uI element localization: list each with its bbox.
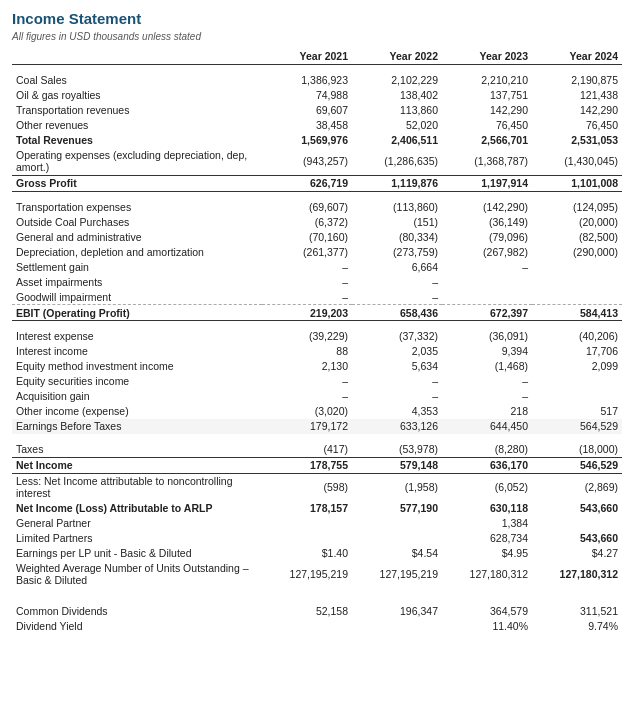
row-value-y2021 — [262, 531, 352, 546]
header-year-2022: Year 2022 — [352, 48, 442, 65]
row-value-y2024: 584,413 — [532, 305, 622, 321]
table-row — [12, 65, 622, 73]
row-value-y2022: 196,347 — [352, 604, 442, 619]
row-value-y2023: (1,368,787) — [442, 148, 532, 176]
row-value-y2024: 2,190,875 — [532, 73, 622, 88]
row-label: Interest expense — [12, 329, 262, 344]
row-value-y2024: 127,180,312 — [532, 561, 622, 588]
row-value-y2023: (8,280) — [442, 442, 532, 458]
row-value-y2024: 1,101,008 — [532, 175, 622, 191]
row-value-y2023: – — [442, 259, 532, 274]
row-value-y2022: 4,353 — [352, 404, 442, 419]
row-label: General Partner — [12, 516, 262, 531]
row-label: Earnings per LP unit - Basic & Diluted — [12, 546, 262, 561]
table-row — [12, 588, 622, 596]
table-row: Asset impairments–– — [12, 274, 622, 289]
row-value-y2022: 2,102,229 — [352, 73, 442, 88]
table-row: Coal Sales1,386,9232,102,2292,210,2102,1… — [12, 73, 622, 88]
table-row: Limited Partners628,734543,660 — [12, 531, 622, 546]
table-row: Earnings Before Taxes179,172633,126644,4… — [12, 419, 622, 434]
row-value-y2023: 2,566,701 — [442, 133, 532, 148]
table-row: Total Revenues1,569,9762,406,5112,566,70… — [12, 133, 622, 148]
income-statement-table: Year 2021 Year 2022 Year 2023 Year 2024 … — [12, 48, 622, 634]
subtitle: All figures in USD thousands unless stat… — [12, 31, 622, 42]
row-value-y2024: 517 — [532, 404, 622, 419]
row-value-y2022: 52,020 — [352, 118, 442, 133]
row-value-y2024 — [532, 259, 622, 274]
row-value-y2023: 630,118 — [442, 501, 532, 516]
row-label: EBIT (Operating Profit) — [12, 305, 262, 321]
row-value-y2024: 121,438 — [532, 88, 622, 103]
row-value-y2021: (261,377) — [262, 244, 352, 259]
table-row: Transportation expenses(69,607)(113,860)… — [12, 199, 622, 214]
row-value-y2022: (1,286,635) — [352, 148, 442, 176]
row-value-y2023: (79,096) — [442, 229, 532, 244]
row-value-y2024: 543,660 — [532, 531, 622, 546]
row-value-y2022: 2,406,511 — [352, 133, 442, 148]
row-label: Outside Coal Purchases — [12, 214, 262, 229]
row-label: Oil & gas royalties — [12, 88, 262, 103]
table-row: EBIT (Operating Profit)219,203658,436672… — [12, 305, 622, 321]
row-value-y2021: $1.40 — [262, 546, 352, 561]
row-value-y2023: 636,170 — [442, 457, 532, 473]
table-row — [12, 434, 622, 442]
row-value-y2022: 2,035 — [352, 344, 442, 359]
row-value-y2023: 672,397 — [442, 305, 532, 321]
row-value-y2024 — [532, 374, 622, 389]
header-year-2024: Year 2024 — [532, 48, 622, 65]
row-value-y2021: (3,020) — [262, 404, 352, 419]
row-value-y2023: 644,450 — [442, 419, 532, 434]
row-value-y2024: (20,000) — [532, 214, 622, 229]
row-value-y2022: 577,190 — [352, 501, 442, 516]
row-value-y2023: – — [442, 389, 532, 404]
row-value-y2021 — [262, 516, 352, 531]
row-label: Net Income — [12, 457, 262, 473]
row-value-y2023: 628,734 — [442, 531, 532, 546]
row-value-y2021: (39,229) — [262, 329, 352, 344]
row-label: Dividend Yield — [12, 619, 262, 634]
row-label: Interest income — [12, 344, 262, 359]
row-label: Equity securities income — [12, 374, 262, 389]
row-label: Transportation revenues — [12, 103, 262, 118]
row-value-y2021: 38,458 — [262, 118, 352, 133]
row-label: Taxes — [12, 442, 262, 458]
table-row: Earnings per LP unit - Basic & Diluted$1… — [12, 546, 622, 561]
table-row: Goodwill impairment–– — [12, 289, 622, 305]
row-value-y2021: 52,158 — [262, 604, 352, 619]
row-value-y2021: – — [262, 289, 352, 305]
row-value-y2023: $4.95 — [442, 546, 532, 561]
row-label: Settlement gain — [12, 259, 262, 274]
row-value-y2022: 127,195,219 — [352, 561, 442, 588]
row-label: Earnings Before Taxes — [12, 419, 262, 434]
row-label: General and administrative — [12, 229, 262, 244]
row-value-y2024: 543,660 — [532, 501, 622, 516]
row-value-y2023 — [442, 289, 532, 305]
row-label: Coal Sales — [12, 73, 262, 88]
row-value-y2023: – — [442, 374, 532, 389]
table-row: Weighted Average Number of Units Outstan… — [12, 561, 622, 588]
table-row: Other revenues38,45852,02076,45076,450 — [12, 118, 622, 133]
row-value-y2024: (2,869) — [532, 473, 622, 501]
table-row: Interest income882,0359,39417,706 — [12, 344, 622, 359]
table-row: Depreciation, depletion and amortization… — [12, 244, 622, 259]
row-value-y2022: (80,334) — [352, 229, 442, 244]
row-value-y2024: (82,500) — [532, 229, 622, 244]
row-value-y2022: 579,148 — [352, 457, 442, 473]
row-value-y2024: 546,529 — [532, 457, 622, 473]
row-value-y2022: $4.54 — [352, 546, 442, 561]
row-value-y2023: 11.40% — [442, 619, 532, 634]
row-value-y2024: 17,706 — [532, 344, 622, 359]
row-value-y2023: 2,210,210 — [442, 73, 532, 88]
row-value-y2023: 127,180,312 — [442, 561, 532, 588]
row-label: Limited Partners — [12, 531, 262, 546]
table-row: General Partner1,384 — [12, 516, 622, 531]
row-value-y2023: (6,052) — [442, 473, 532, 501]
row-value-y2021: – — [262, 374, 352, 389]
row-label: Less: Net Income attributable to noncont… — [12, 473, 262, 501]
row-value-y2021: (69,607) — [262, 199, 352, 214]
row-value-y2021: 178,755 — [262, 457, 352, 473]
row-value-y2022: – — [352, 389, 442, 404]
row-label: Acquisition gain — [12, 389, 262, 404]
row-label: Operating expenses (excluding depreciati… — [12, 148, 262, 176]
table-row: Settlement gain–6,664– — [12, 259, 622, 274]
